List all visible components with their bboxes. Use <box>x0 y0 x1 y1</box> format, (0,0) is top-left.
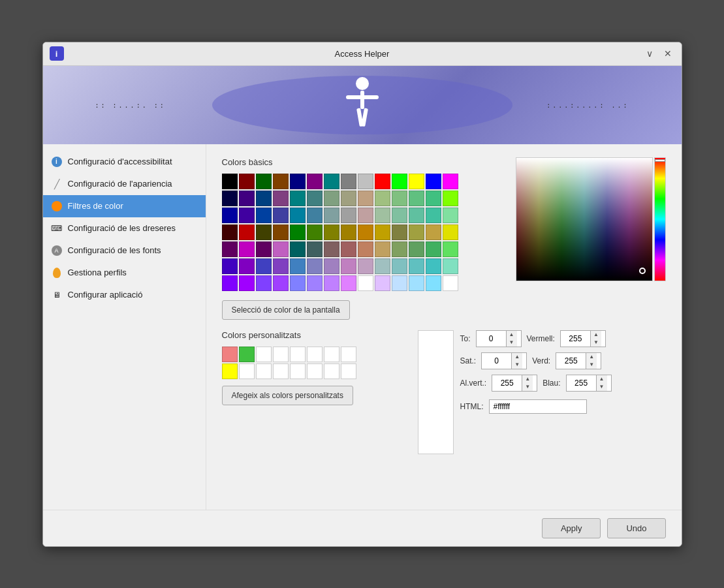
green-input[interactable]: ▲ ▼ <box>556 352 601 369</box>
palette-swatch[interactable] <box>324 191 339 206</box>
palette-swatch[interactable] <box>409 258 424 274</box>
palette-swatch[interactable] <box>290 241 306 257</box>
palette-swatch[interactable] <box>341 275 356 291</box>
palette-swatch[interactable] <box>409 208 424 223</box>
palette-swatch[interactable] <box>307 174 323 189</box>
palette-swatch[interactable] <box>324 241 339 257</box>
palette-swatch[interactable] <box>443 191 458 206</box>
palette-swatch[interactable] <box>409 224 424 240</box>
palette-swatch[interactable] <box>392 191 407 206</box>
palette-swatch[interactable] <box>426 275 441 291</box>
palette-swatch[interactable] <box>443 275 458 291</box>
palette-swatch[interactable] <box>341 258 356 274</box>
palette-swatch[interactable] <box>375 258 390 274</box>
red-spin-up[interactable]: ▲ <box>591 331 601 339</box>
palette-swatch[interactable] <box>443 174 458 189</box>
palette-swatch[interactable] <box>222 191 238 206</box>
palette-swatch[interactable] <box>273 241 289 257</box>
palette-swatch[interactable] <box>273 208 289 223</box>
blue-spin-down[interactable]: ▼ <box>597 383 607 391</box>
palette-swatch[interactable] <box>290 191 306 206</box>
add-custom-color-button[interactable]: Afegeix als colors personalitzats <box>222 386 353 405</box>
palette-swatch[interactable] <box>256 258 272 274</box>
palette-swatch[interactable] <box>239 174 255 189</box>
palette-swatch[interactable] <box>443 241 458 257</box>
palette-swatch[interactable] <box>375 191 390 206</box>
palette-swatch[interactable] <box>324 208 339 223</box>
green-spin-down[interactable]: ▼ <box>586 361 597 369</box>
palette-swatch[interactable] <box>392 208 407 223</box>
custom-swatch[interactable] <box>222 347 238 362</box>
palette-swatch[interactable] <box>222 241 238 257</box>
palette-swatch[interactable] <box>307 191 323 206</box>
palette-swatch[interactable] <box>341 224 356 240</box>
palette-swatch[interactable] <box>290 258 306 274</box>
palette-swatch[interactable] <box>222 174 238 189</box>
sidebar-item-shortcuts[interactable]: ⌨ Configuració de les dreseres <box>43 217 206 240</box>
minimize-button[interactable]: ∨ <box>642 46 657 61</box>
red-input[interactable]: ▲ ▼ <box>560 330 606 347</box>
custom-swatch[interactable] <box>290 347 306 362</box>
palette-swatch[interactable] <box>256 191 272 206</box>
red-field[interactable] <box>561 334 590 343</box>
palette-swatch[interactable] <box>273 191 289 206</box>
palette-swatch[interactable] <box>239 258 255 274</box>
custom-swatch[interactable] <box>307 347 323 362</box>
custom-swatch[interactable] <box>307 364 323 379</box>
palette-swatch[interactable] <box>426 174 441 189</box>
palette-swatch[interactable] <box>290 208 306 223</box>
palette-swatch[interactable] <box>341 208 356 223</box>
custom-swatch[interactable] <box>256 364 272 379</box>
blue-field[interactable] <box>567 379 596 388</box>
hue-spin-down[interactable]: ▼ <box>507 339 517 347</box>
palette-swatch[interactable] <box>273 258 289 274</box>
blue-spin-up[interactable]: ▲ <box>597 375 607 383</box>
sidebar-item-configure-app[interactable]: 🖥 Configurar aplicació <box>43 284 206 306</box>
palette-swatch[interactable] <box>426 258 441 274</box>
palette-swatch[interactable] <box>358 174 373 189</box>
apply-button[interactable]: Apply <box>542 518 601 538</box>
custom-swatch[interactable] <box>341 364 356 379</box>
palette-swatch[interactable] <box>375 174 390 189</box>
palette-swatch[interactable] <box>239 191 255 206</box>
palette-swatch[interactable] <box>341 241 356 257</box>
palette-swatch[interactable] <box>307 241 323 257</box>
palette-swatch[interactable] <box>341 174 356 189</box>
palette-swatch[interactable] <box>324 174 339 189</box>
sidebar-item-fonts[interactable]: A Configuració de les fonts <box>43 240 206 262</box>
val-field[interactable] <box>492 379 522 388</box>
palette-swatch[interactable] <box>426 208 441 223</box>
palette-swatch[interactable] <box>358 241 373 257</box>
palette-swatch[interactable] <box>341 191 356 206</box>
html-field[interactable] <box>489 399 587 414</box>
palette-swatch[interactable] <box>443 258 458 274</box>
palette-swatch[interactable] <box>392 224 407 240</box>
palette-swatch[interactable] <box>307 275 323 291</box>
custom-swatch[interactable] <box>239 364 255 379</box>
sidebar-item-profiles[interactable]: Gestiona perfils <box>43 262 206 284</box>
palette-swatch[interactable] <box>290 275 306 291</box>
green-field[interactable] <box>556 356 586 365</box>
palette-swatch[interactable] <box>426 224 441 240</box>
custom-swatch[interactable] <box>273 364 289 379</box>
palette-swatch[interactable] <box>358 208 373 223</box>
green-spin-up[interactable]: ▲ <box>586 353 597 361</box>
palette-swatch[interactable] <box>239 241 255 257</box>
sat-field[interactable] <box>482 356 511 365</box>
palette-swatch[interactable] <box>222 208 238 223</box>
hue-field[interactable] <box>477 334 506 343</box>
palette-swatch[interactable] <box>256 174 272 189</box>
hue-spin-up[interactable]: ▲ <box>507 331 517 339</box>
palette-swatch[interactable] <box>392 241 407 257</box>
red-spin-down[interactable]: ▼ <box>591 339 601 347</box>
custom-swatch[interactable] <box>290 364 306 379</box>
sidebar-item-accessibility[interactable]: i Configuració d'accessibilitat <box>43 151 206 173</box>
custom-swatch[interactable] <box>324 347 339 362</box>
palette-swatch[interactable] <box>222 258 238 274</box>
palette-swatch[interactable] <box>222 275 238 291</box>
palette-swatch[interactable] <box>324 275 339 291</box>
palette-swatch[interactable] <box>375 224 390 240</box>
palette-swatch[interactable] <box>358 258 373 274</box>
sat-spin-up[interactable]: ▲ <box>512 353 522 361</box>
palette-swatch[interactable] <box>375 275 390 291</box>
